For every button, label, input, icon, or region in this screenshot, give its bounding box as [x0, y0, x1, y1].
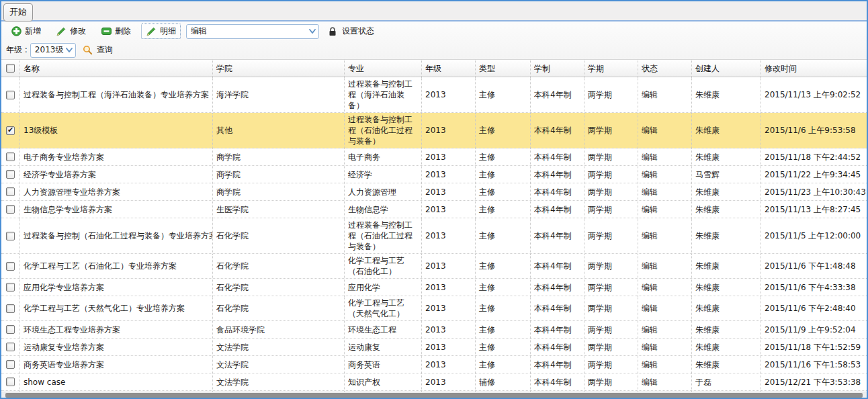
modify-button[interactable]: 修改	[51, 24, 91, 39]
table-row[interactable]: 13级模板 其他 过程装备与控制工程（石油化工过程与装备） 2013 主修 本科…	[1, 113, 867, 148]
cell-grade: 2013	[422, 113, 476, 148]
cell-modified: 2015/12/21 下午3:53:38	[761, 373, 867, 390]
cell-grade: 2013	[422, 166, 476, 183]
cell-modified: 2015/11/6 上午9:53:58	[761, 113, 867, 148]
row-checkbox[interactable]	[6, 170, 15, 179]
application-window: 开始 新增	[0, 0, 868, 399]
row-checkbox-cell	[1, 183, 20, 200]
row-checkbox[interactable]	[6, 378, 15, 386]
cell-type: 主修	[476, 279, 531, 296]
row-checkbox[interactable]	[6, 152, 15, 161]
search-button[interactable]: 查询	[83, 44, 113, 56]
row-checkbox-cell	[1, 148, 20, 165]
select-all-checkbox[interactable]	[6, 64, 15, 73]
horizontal-scrollbar-thumb[interactable]	[5, 393, 863, 398]
column-header-creator[interactable]: 创建人	[692, 60, 761, 77]
cell-major: 环境生态工程	[345, 321, 422, 338]
table-row[interactable]: 人力资源管理专业培养方案 商学院 人力资源管理 2013 主修 本科4年制 两学…	[1, 183, 867, 201]
add-button[interactable]: 新增	[6, 24, 46, 39]
row-checkbox-cell	[1, 113, 20, 148]
row-checkbox-cell	[1, 321, 20, 338]
cell-semester: 两学期	[584, 218, 638, 253]
cell-status: 编辑	[638, 183, 692, 200]
row-checkbox[interactable]	[6, 126, 15, 135]
cell-name: 13级模板	[20, 113, 213, 148]
cell-schooling: 本科4年制	[531, 321, 584, 338]
column-header-grade[interactable]: 年级	[422, 60, 476, 77]
column-header-status[interactable]: 状态	[638, 60, 692, 77]
cell-major: 化学工程与工艺（天然气化工）	[345, 296, 422, 320]
delete-button[interactable]: 删除	[96, 24, 136, 39]
cell-major: 过程装备与控制工程（石油化工过程与装备）	[345, 218, 422, 253]
row-checkbox[interactable]	[6, 262, 15, 271]
cell-status: 编辑	[638, 254, 692, 278]
table-row[interactable]: 生物信息学专业培养方案 生医学院 生物信息学 2013 主修 本科4年制 两学期…	[1, 201, 867, 218]
row-checkbox[interactable]	[6, 232, 15, 240]
cell-college: 其他	[213, 113, 345, 148]
detail-button[interactable]: 明细	[141, 24, 181, 39]
row-checkbox[interactable]	[6, 325, 15, 334]
table-row[interactable]: 过程装备与控制（石油化工过程与装备）专业培养方案 石化学院 过程装备与控制工程（…	[1, 218, 867, 254]
cell-creator: 朱维康	[692, 321, 761, 338]
toolbar: 新增 修改 删除	[1, 21, 867, 59]
column-header-semester[interactable]: 学期	[584, 60, 638, 77]
cell-college: 海洋学院	[213, 77, 345, 112]
row-checkbox[interactable]	[6, 187, 15, 196]
column-header-type[interactable]: 类型	[476, 60, 531, 77]
row-checkbox-cell	[1, 201, 20, 218]
tab-start[interactable]: 开始	[3, 3, 33, 21]
table-row[interactable]: 运动康复专业培养方案 文法学院 运动康复 2013 主修 本科4年制 两学期 编…	[1, 339, 867, 356]
horizontal-scrollbar[interactable]	[1, 392, 867, 398]
cell-major: 应用化学	[345, 279, 422, 296]
status-select[interactable]: 编辑	[186, 24, 319, 39]
column-header-major[interactable]: 专业	[345, 60, 422, 77]
cell-type: 主修	[476, 218, 531, 253]
tab-strip: 开始	[1, 1, 867, 21]
cell-name: 商务英语专业培养方案	[20, 356, 213, 373]
cell-college: 商学院	[213, 166, 345, 183]
cell-college: 商学院	[213, 183, 345, 200]
select-all-checkbox-cell	[1, 60, 20, 77]
column-header-schooling[interactable]: 学制	[531, 60, 584, 77]
table-row[interactable]: 经济学专业培养方案 商学院 经济学 2013 主修 本科4年制 两学期 编辑 马…	[1, 166, 867, 183]
cell-creator: 朱维康	[692, 77, 761, 112]
table-row[interactable]: 商务英语专业培养方案 文法学院 商务英语 2013 主修 本科4年制 两学期 编…	[1, 356, 867, 373]
table-row[interactable]: 应用化学专业培养方案 石化学院 应用化学 2013 主修 本科4年制 两学期 编…	[1, 279, 867, 296]
table-row[interactable]: 电子商务专业培养方案 商学院 电子商务 2013 主修 本科4年制 两学期 编辑…	[1, 148, 867, 166]
row-checkbox-cell	[1, 254, 20, 278]
delete-button-label: 删除	[115, 26, 131, 37]
cell-college: 石化学院	[213, 218, 345, 253]
cell-schooling: 本科4年制	[531, 296, 584, 320]
row-checkbox-cell	[1, 296, 20, 320]
cell-type: 主修	[476, 77, 531, 112]
cell-semester: 两学期	[584, 77, 638, 112]
cell-schooling: 本科4年制	[531, 254, 584, 278]
cell-schooling: 本科4年制	[531, 113, 584, 148]
row-checkbox[interactable]	[6, 283, 15, 292]
column-header-college[interactable]: 学院	[213, 60, 345, 77]
row-checkbox[interactable]	[6, 360, 15, 369]
column-header-name[interactable]: 名称	[20, 60, 213, 77]
grade-select[interactable]: 2013级	[30, 43, 76, 58]
table-row[interactable]: 过程装备与控制工程（海洋石油装备）专业培养方案 海洋学院 过程装备与控制工程（海…	[1, 77, 867, 113]
cell-creator: 朱维康	[692, 356, 761, 373]
row-checkbox[interactable]	[6, 205, 15, 214]
column-header-modified[interactable]: 修改时间	[761, 60, 867, 77]
table-row[interactable]: 化学工程与工艺（天然气化工）专业培养方案 石化学院 化学工程与工艺（天然气化工）…	[1, 296, 867, 321]
row-checkbox[interactable]	[6, 304, 15, 313]
cell-creator: 朱维康	[692, 218, 761, 253]
table-row[interactable]: 化学工程与工艺（石油化工）专业培养方案 石化学院 化学工程与工艺（石油化工） 2…	[1, 254, 867, 279]
cell-semester: 两学期	[584, 339, 638, 355]
cell-college: 商学院	[213, 148, 345, 165]
cell-type: 主修	[476, 339, 531, 355]
cell-name: 人力资源管理专业培养方案	[20, 183, 213, 200]
row-checkbox[interactable]	[6, 343, 15, 351]
set-status-button[interactable]: 设置状态	[327, 26, 374, 37]
cell-type: 主修	[476, 183, 531, 200]
cell-modified: 2015/11/13 上午9:02:52	[761, 77, 867, 112]
cell-college: 食品环境学院	[213, 321, 345, 338]
table-row[interactable]: 环境生态工程专业培养方案 食品环境学院 环境生态工程 2013 主修 本科4年制…	[1, 321, 867, 339]
table-row[interactable]: show case 文法学院 知识产权 2013 辅修 本科4年制 两学期 编辑…	[1, 373, 867, 391]
row-checkbox[interactable]	[6, 91, 15, 99]
cell-grade: 2013	[422, 279, 476, 296]
